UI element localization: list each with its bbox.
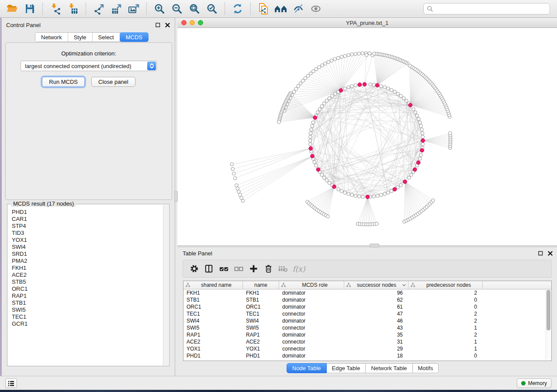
cell-successor_nodes[interactable]: 62 — [344, 297, 408, 303]
network-hub-node[interactable] — [393, 187, 397, 191]
select-unchecked-button[interactable] — [232, 261, 245, 276]
network-leaf-node[interactable] — [304, 76, 307, 80]
network-node[interactable] — [313, 161, 316, 164]
close-panel-icon[interactable] — [165, 23, 170, 28]
search-field[interactable] — [423, 3, 550, 14]
mcds-result-item[interactable]: TEC1 — [12, 313, 163, 320]
mcds-result-list[interactable]: PHD1CAR1STP4TID3YOX1SWI4SRD1PMA2FKH1ACE2… — [8, 206, 163, 365]
network-node[interactable] — [310, 128, 313, 131]
network-leaf-node[interactable] — [297, 85, 300, 88]
network-node[interactable] — [414, 111, 417, 114]
network-node[interactable] — [315, 164, 318, 167]
table-scrollbar-thumb[interactable] — [547, 290, 550, 330]
network-hub-node[interactable] — [366, 195, 370, 199]
network-leaf-node[interactable] — [321, 64, 324, 67]
cell-mcds_role[interactable]: dominator — [279, 318, 344, 324]
cell-name[interactable]: STB1 — [243, 297, 279, 303]
cell-mcds_role[interactable]: dominator — [279, 297, 344, 303]
network-node[interactable] — [343, 87, 347, 90]
cell-successor_nodes[interactable]: 47 — [344, 311, 408, 317]
network-leaf-node[interactable] — [368, 52, 371, 55]
network-node[interactable] — [350, 85, 354, 88]
network-node[interactable] — [421, 131, 424, 135]
cell-successor_nodes[interactable]: 29 — [344, 346, 408, 352]
cell-mcds_role[interactable]: connector — [279, 311, 344, 317]
network-leaf-node[interactable] — [237, 190, 241, 193]
mcds-result-item[interactable]: STP4 — [12, 223, 163, 230]
refresh-button[interactable] — [230, 1, 246, 16]
cell-name[interactable]: TEC1 — [243, 311, 279, 317]
network-node[interactable] — [383, 192, 387, 196]
cell-predecessor_nodes[interactable]: 1 — [408, 346, 483, 352]
network-node[interactable] — [322, 176, 326, 179]
cell-predecessor_nodes[interactable]: 0 — [408, 353, 483, 359]
network-node[interactable] — [415, 114, 419, 117]
network-node[interactable] — [320, 173, 324, 177]
tab-motifs[interactable]: Motifs — [413, 363, 439, 373]
cell-successor_nodes[interactable]: 61 — [344, 304, 408, 310]
network-node[interactable] — [412, 108, 415, 111]
network-node[interactable] — [309, 135, 312, 139]
network-leaf-node[interactable] — [432, 199, 435, 202]
network-leaf-node[interactable] — [230, 163, 234, 166]
network-node[interactable] — [393, 90, 397, 94]
network-node[interactable] — [419, 124, 423, 128]
network-node[interactable] — [417, 117, 420, 121]
share-document-button[interactable] — [256, 1, 271, 16]
network-leaf-node[interactable] — [340, 55, 343, 59]
mcds-result-item[interactable]: CAR1 — [12, 216, 163, 223]
network-node[interactable] — [322, 102, 326, 105]
mcds-result-item[interactable]: ACE2 — [12, 272, 163, 279]
cell-shared_name[interactable]: ORC1 — [183, 304, 243, 310]
cell-predecessor_nodes[interactable]: 2 — [408, 332, 483, 338]
network-node[interactable] — [407, 176, 411, 179]
mcds-result-item[interactable]: YOX1 — [12, 237, 163, 244]
network-leaf-node[interactable] — [449, 132, 452, 135]
mcds-result-item[interactable]: RAP1 — [12, 292, 163, 299]
plus-button[interactable] — [247, 261, 260, 276]
network-node[interactable] — [328, 96, 331, 100]
network-node[interactable] — [311, 124, 314, 128]
cell-shared_name[interactable]: RAP1 — [183, 332, 243, 338]
cell-name[interactable]: ORC1 — [243, 304, 279, 310]
network-leaf-node[interactable] — [241, 199, 245, 203]
network-node[interactable] — [309, 143, 312, 146]
network-node[interactable] — [316, 111, 320, 114]
zoom-fit-button[interactable] — [187, 1, 202, 16]
network-hub-node[interactable] — [375, 83, 379, 87]
cell-shared_name[interactable]: PHD1 — [183, 353, 243, 359]
tab-network[interactable]: Network — [35, 33, 68, 41]
network-node[interactable] — [376, 194, 379, 198]
columns-button[interactable] — [202, 261, 215, 276]
network-leaf-node[interactable] — [233, 177, 237, 180]
open-folder-button[interactable] — [4, 1, 20, 16]
mcds-result-item[interactable]: SRD1 — [12, 251, 163, 258]
network-leaf-node[interactable] — [232, 172, 236, 175]
memory-button[interactable]: Memory — [517, 378, 551, 388]
network-node[interactable] — [405, 99, 408, 103]
optimization-criterion-select[interactable]: largest connected component (undirected) — [21, 61, 157, 71]
network-node[interactable] — [347, 192, 350, 196]
cell-shared_name[interactable]: SWI5 — [183, 325, 243, 331]
network-node[interactable] — [337, 188, 340, 191]
float-panel-icon[interactable] — [156, 23, 160, 28]
network-node[interactable] — [421, 135, 425, 139]
zoom-in-button[interactable] — [152, 1, 167, 16]
column-header[interactable]: successor nodes — [344, 281, 408, 289]
network-hub-node[interactable] — [313, 116, 317, 120]
network-node[interactable] — [325, 179, 329, 182]
zoom-out-button[interactable] — [169, 1, 185, 16]
cell-mcds_role[interactable]: connector — [279, 346, 344, 352]
network-leaf-node[interactable] — [240, 196, 243, 199]
cell-predecessor_nodes[interactable]: 1 — [408, 325, 483, 331]
network-node[interactable] — [354, 194, 357, 198]
network-leaf-node[interactable] — [365, 53, 368, 57]
cell-mcds_role[interactable]: dominator — [279, 332, 344, 338]
cell-predecessor_nodes[interactable]: 2 — [408, 290, 483, 296]
network-node[interactable] — [334, 92, 337, 96]
network-node[interactable] — [418, 157, 422, 161]
network-leaf-node[interactable] — [408, 64, 412, 68]
network-node[interactable] — [318, 108, 322, 111]
tab-mcds[interactable]: MCDS — [120, 32, 149, 42]
cell-mcds_role[interactable]: dominator — [279, 304, 344, 310]
